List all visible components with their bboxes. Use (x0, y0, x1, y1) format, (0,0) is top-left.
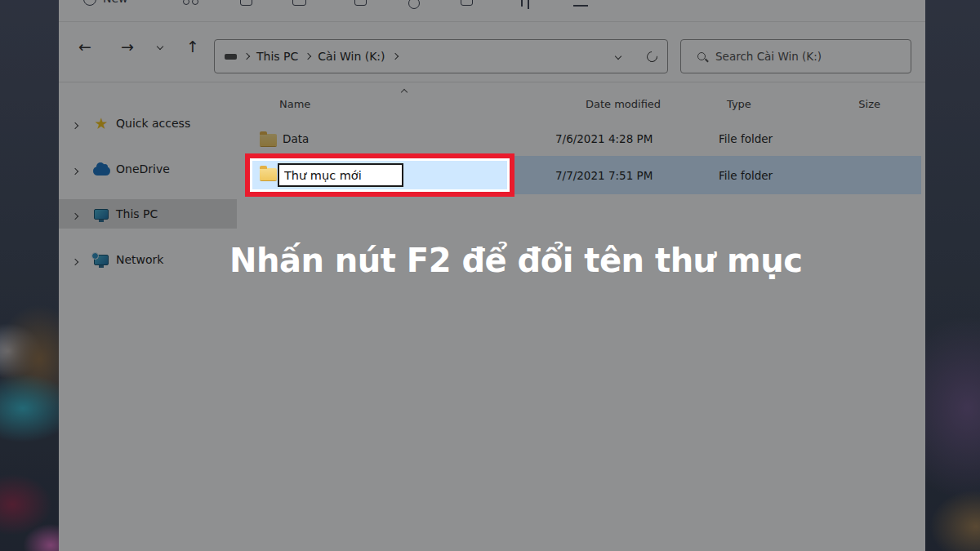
delete-icon[interactable] (461, 0, 473, 6)
sidebar-item-label: Quick access (116, 117, 190, 130)
forward-arrow-icon[interactable]: → (121, 36, 134, 57)
folder-icon (260, 168, 277, 180)
file-name: Data (283, 132, 309, 145)
star-icon: ★ (94, 116, 108, 131)
screen: New ← → ↑ This PC Cài Win (K:) (0, 0, 980, 551)
column-header-name[interactable]: Name (279, 98, 310, 110)
rename-icon[interactable] (354, 0, 367, 6)
expand-chevron-icon[interactable] (72, 122, 78, 128)
sidebar-item-network[interactable]: Network (59, 245, 237, 274)
address-bar[interactable]: This PC Cài Win (K:) (214, 39, 668, 73)
breadcrumb-chevron-icon (391, 53, 398, 60)
recent-locations-chevron-icon[interactable] (157, 43, 163, 50)
file-type: File folder (719, 132, 773, 145)
drive-icon (225, 54, 237, 60)
up-arrow-icon[interactable]: ↑ (186, 36, 199, 57)
breadcrumb-chevron-icon (305, 53, 311, 60)
rename-input[interactable] (278, 163, 403, 187)
file-type: File folder (719, 169, 773, 182)
copy-icon[interactable] (240, 0, 252, 6)
sidebar-item-label: Network (116, 253, 163, 266)
expand-chevron-icon[interactable] (72, 167, 78, 174)
search-placeholder: Search Cài Win (K:) (715, 50, 822, 63)
new-button[interactable]: New (103, 0, 128, 5)
search-box[interactable]: Search Cài Win (K:) (680, 39, 911, 73)
file-date: 7/7/2021 7:51 PM (555, 169, 653, 182)
breadcrumb-this-pc[interactable]: This PC (256, 50, 298, 63)
sidebar-item-this-pc[interactable]: This PC (59, 199, 237, 229)
column-header-date-modified[interactable]: Date modified (586, 98, 661, 110)
back-arrow-icon[interactable]: ← (78, 36, 91, 57)
refresh-icon[interactable] (644, 49, 659, 64)
column-header-type[interactable]: Type (727, 98, 751, 110)
caption-text: Nhấn nút F2 để đổi tên thư mục (229, 242, 802, 279)
sidebar-item-label: This PC (116, 207, 158, 220)
breadcrumb-drive[interactable]: Cài Win (K:) (318, 50, 385, 63)
share-icon[interactable] (408, 0, 420, 9)
sidebar-item-label: OneDrive (116, 162, 170, 176)
folder-icon (260, 134, 277, 146)
column-header-size[interactable]: Size (843, 98, 880, 110)
expand-chevron-icon[interactable] (72, 212, 78, 219)
sort-icon[interactable] (528, 0, 529, 9)
cut-icon[interactable] (192, 0, 198, 5)
new-icon[interactable] (83, 0, 96, 6)
monitor-icon (94, 209, 109, 220)
sort-ascending-caret-icon[interactable] (401, 89, 408, 96)
view-icon[interactable] (573, 5, 588, 7)
sidebar-item-onedrive[interactable]: OneDrive (59, 154, 237, 184)
network-icon (94, 255, 109, 265)
sidebar-item-quick-access[interactable]: ★ Quick access (59, 109, 237, 138)
navigation-bar: ← → ↑ This PC Cài Win (K:) Search Cài Wi… (59, 22, 925, 82)
cloud-icon (93, 167, 110, 176)
file-row-data[interactable]: Data 7/6/2021 4:28 PM File folder (245, 127, 921, 154)
breadcrumb-chevron-icon (243, 53, 250, 60)
address-dropdown-chevron-icon[interactable] (615, 53, 621, 60)
expand-chevron-icon[interactable] (72, 258, 78, 264)
search-icon (697, 52, 706, 60)
command-bar: New (59, 0, 925, 22)
cut-icon[interactable] (183, 0, 189, 5)
paste-icon[interactable] (292, 0, 306, 6)
sort-icon[interactable] (521, 0, 523, 7)
file-date: 7/6/2021 4:28 PM (555, 132, 653, 145)
